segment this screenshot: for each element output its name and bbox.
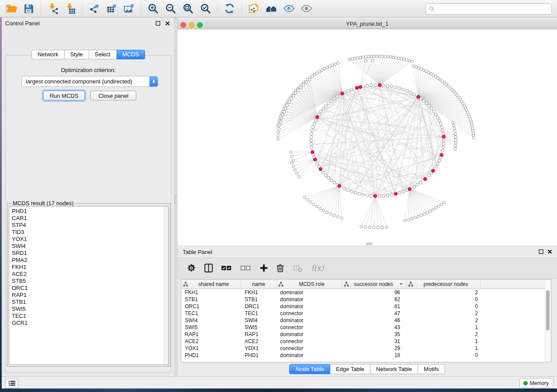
column-header-predecessor-nodes[interactable]: predecessor nodes bbox=[406, 280, 481, 289]
criterion-dropdown[interactable]: largest connected component (undirected) bbox=[21, 76, 158, 87]
graph-leaf-node[interactable] bbox=[291, 161, 293, 164]
cell-shared-name[interactable]: YOX1 bbox=[181, 345, 241, 351]
graph-leaf-node[interactable] bbox=[371, 59, 374, 62]
graph-leaf-node[interactable] bbox=[294, 168, 296, 171]
cell-predecessor-nodes[interactable]: 0 bbox=[406, 296, 481, 303]
graph-leaf-node[interactable] bbox=[305, 81, 308, 83]
cell-predecessor-nodes[interactable]: 0 bbox=[406, 352, 481, 358]
graph-node[interactable] bbox=[362, 193, 365, 196]
cell-MCDS-role[interactable]: connector bbox=[277, 338, 342, 344]
graph-leaf-node[interactable] bbox=[334, 63, 336, 65]
graph-leaf-node[interactable] bbox=[294, 92, 297, 94]
network-canvas[interactable] bbox=[177, 29, 557, 245]
graph-node[interactable] bbox=[382, 194, 385, 197]
graph-node[interactable] bbox=[346, 189, 349, 192]
graph-leaf-node[interactable] bbox=[309, 201, 312, 203]
cell-successor-nodes[interactable]: 43 bbox=[342, 324, 406, 330]
graph-hub-node[interactable] bbox=[319, 168, 322, 171]
graph-leaf-node[interactable] bbox=[290, 151, 292, 153]
cell-predecessor-nodes[interactable]: 2 bbox=[406, 289, 481, 296]
graph-leaf-node[interactable] bbox=[373, 55, 375, 58]
graph-leaf-node[interactable] bbox=[453, 130, 456, 132]
export-table-button[interactable] bbox=[103, 1, 121, 16]
table-row[interactable]: SWI4SWI4dominator462 bbox=[181, 317, 551, 324]
first-neighbors-button[interactable] bbox=[263, 1, 280, 16]
graph-leaf-node[interactable] bbox=[351, 58, 353, 60]
graph-node[interactable] bbox=[443, 139, 446, 142]
graph-node[interactable] bbox=[442, 143, 445, 146]
cell-successor-nodes[interactable]: 62 bbox=[342, 296, 406, 303]
delete-column-button[interactable] bbox=[277, 261, 284, 275]
graph-leaf-node[interactable] bbox=[394, 56, 397, 59]
float-window-icon[interactable] bbox=[155, 20, 161, 26]
network-graph[interactable] bbox=[177, 29, 557, 245]
graph-leaf-node[interactable] bbox=[403, 58, 405, 61]
graph-leaf-node[interactable] bbox=[405, 58, 408, 61]
export-image-button[interactable] bbox=[121, 1, 138, 16]
mcds-result-list[interactable]: PHD1CAR1STP4TID3YOX1SWI4SRD1PMA2FKH1ACE2… bbox=[9, 206, 169, 365]
task-history-button[interactable] bbox=[5, 378, 18, 388]
cell-name[interactable]: TEC1 bbox=[241, 310, 277, 316]
memory-button[interactable]: Memory bbox=[519, 378, 554, 388]
graph-leaf-node[interactable] bbox=[337, 62, 339, 64]
graph-node[interactable] bbox=[378, 195, 381, 198]
column-header-name[interactable]: name bbox=[241, 280, 277, 289]
graph-leaf-node[interactable] bbox=[451, 121, 454, 124]
graph-node[interactable] bbox=[310, 143, 313, 146]
graph-node[interactable] bbox=[333, 181, 336, 184]
cell-predecessor-nodes[interactable]: 1 bbox=[406, 338, 481, 344]
graph-node[interactable] bbox=[311, 126, 315, 129]
graph-leaf-node[interactable] bbox=[415, 65, 418, 68]
cell-shared-name[interactable]: RAP1 bbox=[181, 331, 241, 337]
column-header-MCDS-role[interactable]: MCDS role bbox=[277, 280, 342, 289]
graph-hub-node[interactable] bbox=[359, 85, 362, 89]
mcds-result-item[interactable]: ACE2 bbox=[12, 271, 168, 278]
cell-successor-nodes[interactable]: 96 bbox=[342, 289, 406, 296]
column-header-successor-nodes[interactable]: successor nodes bbox=[342, 280, 406, 289]
float-table-panel-icon[interactable] bbox=[538, 248, 544, 254]
tab-network[interactable]: Network bbox=[31, 50, 65, 59]
cell-MCDS-role[interactable]: connector bbox=[277, 310, 342, 316]
graph-hub-node[interactable] bbox=[440, 153, 443, 157]
graph-node[interactable] bbox=[310, 146, 313, 149]
graph-node[interactable] bbox=[370, 84, 373, 87]
graph-leaf-node[interactable] bbox=[381, 55, 384, 58]
graph-hub-node[interactable] bbox=[417, 95, 420, 99]
mcds-result-item[interactable]: SRD1 bbox=[12, 250, 168, 257]
graph-leaf-node[interactable] bbox=[286, 104, 289, 107]
graph-node[interactable] bbox=[324, 104, 327, 107]
window-minimize-traffic-icon[interactable] bbox=[189, 22, 194, 28]
graph-leaf-node[interactable] bbox=[322, 209, 325, 212]
graph-leaf-node[interactable] bbox=[453, 127, 456, 130]
add-column-button[interactable] bbox=[260, 261, 268, 275]
tab-style[interactable]: Style bbox=[65, 50, 89, 59]
close-panel-icon[interactable] bbox=[164, 20, 170, 26]
graph-hub-node[interactable] bbox=[311, 151, 314, 154]
graph-hub-node[interactable] bbox=[341, 92, 344, 95]
graph-leaf-node[interactable] bbox=[277, 127, 280, 130]
graph-leaf-node[interactable] bbox=[362, 56, 364, 58]
search-input[interactable] bbox=[437, 3, 551, 14]
graph-hub-node[interactable] bbox=[432, 169, 435, 172]
graph-hub-node[interactable] bbox=[338, 184, 341, 188]
mcds-result-item[interactable]: CAR1 bbox=[12, 215, 168, 222]
graph-leaf-node[interactable] bbox=[404, 219, 406, 222]
cell-name[interactable]: RAP1 bbox=[241, 331, 277, 337]
graph-node[interactable] bbox=[362, 85, 365, 88]
graph-node[interactable] bbox=[382, 84, 385, 87]
graph-leaf-node[interactable] bbox=[385, 226, 388, 229]
mcds-result-item[interactable]: SWI4 bbox=[12, 243, 168, 250]
graph-leaf-node[interactable] bbox=[370, 55, 373, 58]
graph-leaf-node[interactable] bbox=[323, 68, 326, 70]
graph-node[interactable] bbox=[394, 86, 397, 89]
graph-node[interactable] bbox=[310, 139, 313, 142]
graph-node[interactable] bbox=[370, 194, 373, 197]
tab-motifs[interactable]: Motifs bbox=[418, 364, 445, 374]
graph-leaf-node[interactable] bbox=[302, 83, 305, 86]
mcds-result-item[interactable]: STB5 bbox=[12, 278, 168, 285]
cell-name[interactable]: FKH1 bbox=[241, 289, 277, 296]
table-row[interactable]: RAP1RAP1dominator352 bbox=[181, 331, 551, 338]
graph-leaf-node[interactable] bbox=[277, 138, 279, 141]
cell-shared-name[interactable]: TEC1 bbox=[181, 310, 241, 316]
graph-node[interactable] bbox=[366, 84, 369, 87]
